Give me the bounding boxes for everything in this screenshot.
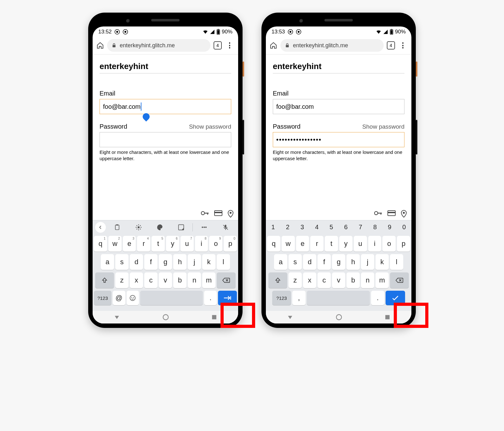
location-icon[interactable] [401, 210, 407, 218]
address-bar[interactable]: enterkeyhint.glitch.me [107, 39, 210, 52]
email-field[interactable]: foo@bar.com [273, 99, 404, 114]
sticker-icon[interactable] [171, 224, 191, 230]
key-c[interactable]: c [318, 272, 331, 288]
key-j[interactable]: j [361, 254, 374, 270]
enter-key-done[interactable] [386, 291, 405, 305]
spacebar-key[interactable] [140, 291, 203, 305]
more-menu-icon[interactable]: ⋮ [398, 41, 408, 50]
key-r[interactable]: r [310, 236, 324, 252]
key-k[interactable]: k [375, 254, 389, 270]
key-b[interactable]: b [346, 272, 360, 288]
more-menu-icon[interactable]: ⋮ [225, 41, 234, 50]
num-key-1[interactable]: 1 [266, 220, 280, 234]
home-icon[interactable] [270, 42, 277, 49]
nav-back-icon[interactable] [287, 314, 293, 320]
key-w[interactable]: w2 [108, 236, 122, 252]
nav-recents-icon[interactable] [211, 314, 217, 320]
num-key-4[interactable]: 4 [310, 220, 324, 234]
key-j[interactable]: j [188, 254, 201, 270]
key-h[interactable]: h [346, 254, 360, 270]
comma-key[interactable]: , [292, 291, 306, 305]
at-key[interactable]: @ [113, 291, 125, 305]
period-key[interactable]: . [204, 291, 217, 305]
key-y[interactable]: y [339, 236, 352, 252]
key-p[interactable]: p0 [224, 236, 237, 252]
key-e[interactable]: e3 [123, 236, 136, 252]
key-s[interactable]: s [115, 254, 129, 270]
key-i[interactable]: i [368, 236, 381, 252]
num-key-3[interactable]: 3 [295, 220, 309, 234]
key-q[interactable]: q1 [94, 236, 107, 252]
password-field[interactable] [100, 132, 231, 147]
selection-handle[interactable] [141, 112, 151, 121]
key-d[interactable]: d [303, 254, 316, 270]
gear-icon[interactable] [129, 224, 149, 231]
key-r[interactable]: r4 [137, 236, 150, 252]
key-h[interactable]: h [173, 254, 186, 270]
shift-key[interactable] [95, 272, 114, 288]
key-w[interactable]: w [282, 236, 295, 252]
card-icon[interactable] [387, 210, 396, 218]
email-field[interactable]: foo@bar.com [100, 99, 231, 114]
nav-home-icon[interactable] [162, 314, 169, 321]
key-m[interactable]: m [375, 272, 389, 288]
key-b[interactable]: b [173, 272, 186, 288]
show-password-toggle[interactable]: Show password [362, 123, 404, 130]
key-e[interactable]: e [296, 236, 309, 252]
more-dots-icon[interactable]: ••• [194, 224, 214, 230]
key-m[interactable]: m [202, 272, 215, 288]
key-icon[interactable] [201, 210, 209, 218]
key-y[interactable]: y6 [166, 236, 179, 252]
mic-off-icon[interactable] [215, 224, 236, 231]
key-g[interactable]: g [159, 254, 172, 270]
key-p[interactable]: p [397, 236, 410, 252]
backspace-key[interactable] [390, 272, 409, 288]
period-key[interactable]: . [371, 291, 384, 305]
key-c[interactable]: c [144, 272, 158, 288]
num-key-8[interactable]: 8 [368, 220, 382, 234]
key-icon[interactable] [374, 210, 382, 218]
location-icon[interactable] [227, 210, 234, 218]
enter-key-next[interactable] [218, 291, 237, 305]
key-a[interactable]: a [274, 254, 287, 270]
key-v[interactable]: v [159, 272, 172, 288]
key-x[interactable]: x [130, 272, 143, 288]
key-f[interactable]: f [144, 254, 158, 270]
nav-back-icon[interactable] [114, 314, 120, 320]
num-key-2[interactable]: 2 [280, 220, 295, 234]
key-o[interactable]: o9 [209, 236, 222, 252]
num-key-5[interactable]: 5 [324, 220, 339, 234]
shift-key[interactable] [268, 272, 287, 288]
key-q[interactable]: q [267, 236, 280, 252]
home-icon[interactable] [96, 42, 104, 49]
num-key-7[interactable]: 7 [353, 220, 368, 234]
key-t[interactable]: t5 [152, 236, 165, 252]
symbols-key[interactable]: ?123 [94, 291, 112, 305]
key-a[interactable]: a [101, 254, 114, 270]
key-g[interactable]: g [332, 254, 345, 270]
key-l[interactable]: l [390, 254, 403, 270]
key-x[interactable]: x [303, 272, 316, 288]
key-t[interactable]: t [325, 236, 338, 252]
key-n[interactable]: n [188, 272, 201, 288]
num-key-0[interactable]: 0 [397, 220, 411, 234]
symbols-key[interactable]: ?123 [272, 291, 291, 305]
key-l[interactable]: l [217, 254, 230, 270]
clipboard-icon[interactable] [107, 224, 127, 231]
key-z[interactable]: z [115, 272, 129, 288]
key-k[interactable]: k [202, 254, 215, 270]
key-f[interactable]: f [318, 254, 331, 270]
nav-recents-icon[interactable] [385, 314, 390, 320]
tabs-button[interactable]: 4 [387, 41, 395, 50]
backspace-key[interactable] [217, 272, 236, 288]
key-u[interactable]: u [354, 236, 367, 252]
key-o[interactable]: o [382, 236, 396, 252]
back-chip[interactable] [95, 222, 106, 233]
key-i[interactable]: i8 [195, 236, 208, 252]
password-field[interactable]: •••••••••••••••• [273, 132, 404, 147]
key-v[interactable]: v [332, 272, 345, 288]
key-d[interactable]: d [130, 254, 143, 270]
nav-home-icon[interactable] [335, 314, 342, 321]
palette-icon[interactable] [150, 224, 170, 231]
emoji-key[interactable] [127, 291, 139, 305]
